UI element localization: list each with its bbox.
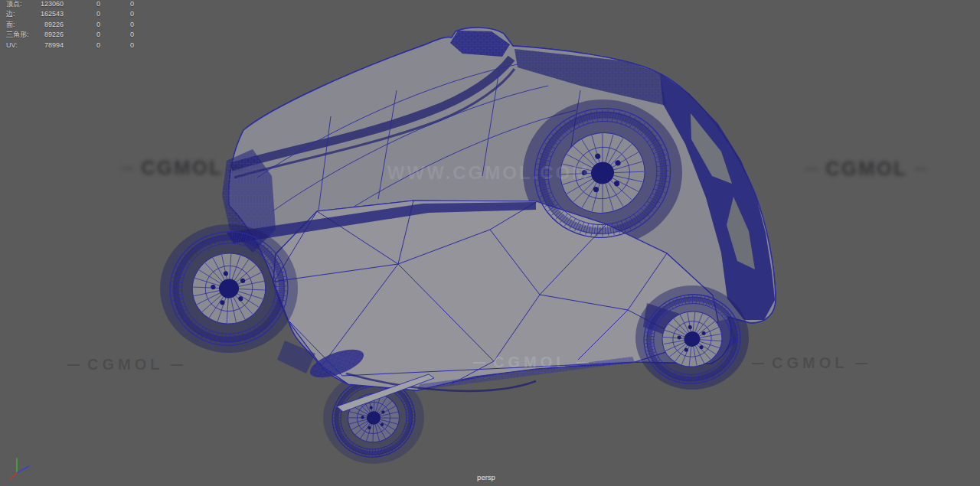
hud-value: 78994	[40, 41, 64, 51]
hud-value-col3: 0	[100, 41, 134, 51]
hud-value: 89226	[40, 30, 64, 40]
hud-value-col3: 0	[100, 20, 134, 30]
hud-value-col3: 0	[100, 30, 134, 40]
hud-row-vertices: 顶点:12306000	[6, 0, 134, 9]
hud-value-col2: 0	[64, 30, 100, 40]
hud-label: 边:	[6, 9, 40, 19]
hud-label: UV:	[6, 41, 40, 51]
hud-value-col2: 0	[64, 0, 100, 9]
hud-label: 三角形:	[6, 30, 40, 40]
hud-value: 123060	[40, 0, 64, 9]
hud-row-triangles: 三角形:8922600	[6, 30, 134, 40]
viewport-3d[interactable]: 顶点:12306000 边:16254300 面:8922600 三角形:892…	[0, 0, 980, 486]
hud-value-col2: 0	[64, 41, 100, 51]
hud-row-faces: 面:8922600	[6, 20, 134, 30]
hud-value-col3: 0	[100, 9, 134, 19]
hud-row-uv: UV:7899400	[6, 41, 134, 51]
hud-value: 162543	[40, 9, 64, 19]
hud-value: 89226	[40, 20, 64, 30]
hud-row-edges: 边:16254300	[6, 9, 134, 19]
hud-label: 面:	[6, 20, 40, 30]
hud-value-col2: 0	[64, 20, 100, 30]
poly-count-hud: 顶点:12306000 边:16254300 面:8922600 三角形:892…	[6, 0, 134, 51]
hud-value-col2: 0	[64, 9, 100, 19]
wireframe-car-model	[0, 0, 980, 486]
camera-label[interactable]: persp	[456, 473, 517, 481]
hud-value-col3: 0	[100, 0, 134, 9]
hud-label: 顶点:	[6, 0, 40, 9]
